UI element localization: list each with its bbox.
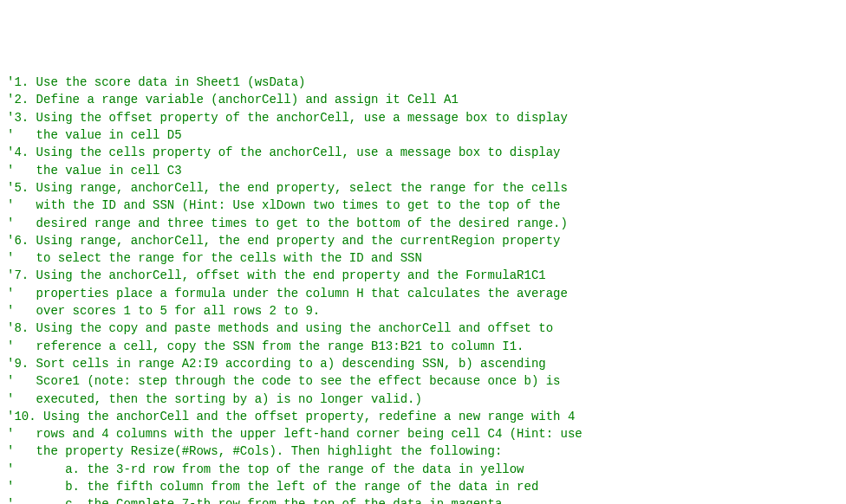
code-line: ' the value in cell D5 bbox=[7, 126, 839, 144]
code-line: '6. Using range, anchorCell, the end pro… bbox=[7, 232, 839, 249]
code-line: ' rows and 4 columns with the upper left… bbox=[7, 425, 839, 443]
code-line: ' with the ID and SSN (Hint: Use xlDown … bbox=[7, 197, 839, 214]
code-line: ' Score1 (note: step through the code to… bbox=[7, 372, 839, 390]
code-line: '8. Using the copy and paste methods and… bbox=[7, 320, 839, 337]
code-line: ' over scores 1 to 5 for all rows 2 to 9… bbox=[7, 302, 839, 320]
code-line: ' the property Resize(#Rows, #Cols). The… bbox=[7, 443, 839, 460]
code-line: ' properties place a formula under the c… bbox=[7, 285, 839, 302]
code-line: '4. Using the cells property of the anch… bbox=[7, 144, 839, 161]
code-line: '1. Use the score data in Sheet1 (wsData… bbox=[7, 74, 839, 91]
code-line: ' c. the Complete 7-th row from the top … bbox=[7, 495, 839, 504]
code-line: ' the value in cell C3 bbox=[7, 162, 839, 179]
code-line: '10. Using the anchorCell and the offset… bbox=[7, 408, 839, 425]
code-line: '7. Using the anchorCell, offset with th… bbox=[7, 267, 839, 284]
code-line: '9. Sort cells in range A2:I9 according … bbox=[7, 355, 839, 372]
code-line: ' to select the range for the cells with… bbox=[7, 249, 839, 267]
code-line: ' executed, then the sorting by a) is no… bbox=[7, 391, 839, 408]
code-line: '5. Using range, anchorCell, the end pro… bbox=[7, 179, 839, 197]
code-line: ' reference a cell, copy the SSN from th… bbox=[7, 338, 839, 355]
code-line: ' desired range and three times to get t… bbox=[7, 215, 839, 232]
code-line: '2. Define a range variable (anchorCell)… bbox=[7, 91, 839, 108]
code-block: '1. Use the score data in Sheet1 (wsData… bbox=[7, 74, 839, 504]
code-line: ' b. the fifth column from the left of t… bbox=[7, 478, 839, 495]
code-line: '3. Using the offset property of the anc… bbox=[7, 109, 839, 126]
code-line: ' a. the 3-rd row from the top of the ra… bbox=[7, 461, 839, 478]
